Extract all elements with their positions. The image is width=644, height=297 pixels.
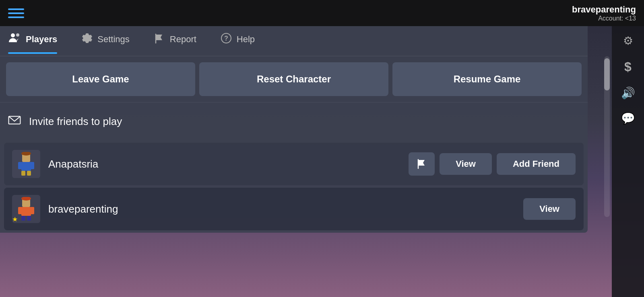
scrollbar[interactable] [604,56,610,217]
svg-text:?: ? [224,35,228,42]
svg-rect-9 [30,162,34,169]
sound-side-icon[interactable]: 🔊 [621,86,635,100]
svg-point-0 [11,33,15,37]
tab-settings[interactable]: Settings [81,33,130,50]
tab-report-label: Report [170,34,196,45]
svg-rect-7 [21,162,31,171]
player-row: Anapatsria View Add Friend [4,143,584,185]
gear-side-icon[interactable]: ⚙ [623,34,633,47]
people-icon [8,32,21,47]
player-name-braveparenting: braveparenting [48,203,515,215]
invite-friends-row[interactable]: Invite friends to play [0,102,588,140]
player-row: ★ braveparenting View [4,188,584,230]
svg-rect-11 [27,171,31,176]
account-username: braveparenting [572,4,636,15]
star-icon: ★ [12,215,18,223]
chat-side-icon[interactable]: 💬 [621,112,635,125]
resume-game-button[interactable]: Resume Game [392,62,582,96]
svg-rect-16 [18,207,22,214]
svg-point-1 [16,33,19,37]
player-avatar-wrap-anapatsria [12,150,40,178]
hamburger-line-3 [8,16,24,18]
hamburger-line-1 [8,8,24,10]
envelope-icon [8,115,21,128]
tab-help-label: Help [237,34,255,45]
dollar-side-icon[interactable]: $ [624,59,632,74]
account-detail: Account: <13 [572,15,636,22]
flag-nav-icon [154,33,165,47]
hamburger-line-2 [8,12,24,14]
right-icons-bar: ⚙ $ 🔊 💬 [612,26,644,297]
player-avatar-wrap-braveparenting: ★ [12,195,40,223]
view-player-anapatsria-button[interactable]: View [440,153,492,175]
add-friend-anapatsria-button[interactable]: Add Friend [497,153,576,175]
svg-rect-17 [30,207,34,214]
player-actions-anapatsria: View Add Friend [409,152,576,176]
action-buttons-row: Leave Game Reset Character Resume Game [0,56,588,102]
player-avatar-anapatsria [12,150,40,178]
leave-game-button[interactable]: Leave Game [6,62,195,96]
tab-report[interactable]: Report [154,33,196,50]
reset-character-button[interactable]: Reset Character [199,62,388,96]
top-bar: braveparenting Account: <13 [0,0,644,26]
tab-players[interactable]: Players [8,32,57,51]
scrollbar-thumb [604,58,610,90]
report-player-anapatsria-button[interactable] [409,152,435,176]
account-info: braveparenting Account: <13 [572,4,636,22]
tab-help[interactable]: ? Help [221,33,255,50]
svg-rect-10 [21,171,25,176]
tab-settings-label: Settings [97,34,130,45]
invite-friends-label: Invite friends to play [29,115,122,128]
svg-rect-19 [27,216,31,221]
svg-rect-18 [21,216,25,221]
question-nav-icon: ? [221,33,232,47]
svg-rect-15 [21,207,31,216]
hamburger-menu[interactable] [8,8,24,18]
nav-tabs: Players Settings Report [0,26,588,56]
player-name-anapatsria: Anapatsria [48,158,400,170]
player-list: Anapatsria View Add Friend [0,143,588,230]
player-actions-braveparenting: View [523,198,576,220]
menu-panel: Players Settings Report [0,26,588,233]
svg-rect-8 [18,162,22,169]
view-player-braveparenting-button[interactable]: View [523,198,576,220]
tab-players-label: Players [26,34,57,45]
gear-nav-icon [81,33,93,47]
